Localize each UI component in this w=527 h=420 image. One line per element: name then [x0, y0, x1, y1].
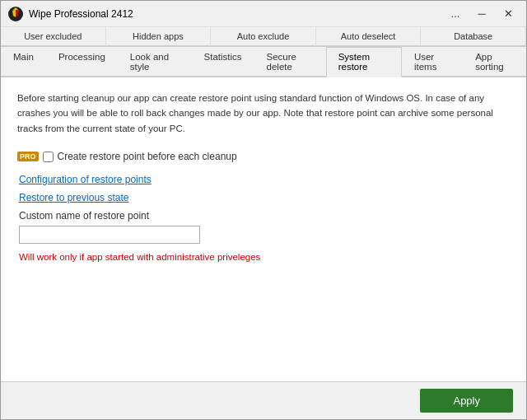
info-paragraph: Before starting cleanup our app can crea… — [17, 91, 510, 136]
create-restore-label: Create restore point before each cleanup — [58, 151, 237, 162]
pro-badge: PRO — [17, 152, 39, 161]
tab-secure-delete[interactable]: Secure delete — [254, 47, 326, 77]
tab-look-and-style[interactable]: Look and style — [118, 47, 192, 77]
close-button[interactable]: ✕ — [497, 6, 520, 22]
tab-statistics[interactable]: Statistics — [192, 47, 254, 77]
tab-main[interactable]: Main — [1, 47, 46, 77]
window-title: Wipe Professional 2412 — [29, 8, 444, 20]
tab-system-restore[interactable]: System restore — [326, 47, 402, 77]
main-window: Wipe Professional 2412 ... ─ ✕ User excl… — [0, 0, 527, 420]
content-area: Before starting cleanup our app can crea… — [1, 77, 526, 381]
custom-name-input[interactable] — [19, 226, 200, 244]
tabs-row1: User excluded Hidden apps Auto exclude A… — [1, 27, 526, 47]
warning-text: Will work only if app started with admin… — [19, 252, 510, 262]
footer: Apply — [1, 381, 526, 419]
tab-database[interactable]: Database — [421, 27, 526, 46]
create-restore-checkbox[interactable] — [43, 152, 54, 162]
tab-auto-exclude[interactable]: Auto exclude — [211, 27, 316, 46]
restore-to-previous-link[interactable]: Restore to previous state — [19, 192, 510, 203]
create-restore-option-row: PRO Create restore point before each cle… — [17, 151, 510, 162]
tab-user-items[interactable]: User items — [402, 47, 463, 77]
tabs-row2: Main Processing Look and style Statistic… — [1, 47, 526, 77]
tab-hidden-apps[interactable]: Hidden apps — [106, 27, 212, 46]
custom-name-label: Custom name of restore point — [19, 210, 510, 222]
title-bar: Wipe Professional 2412 ... ─ ✕ — [1, 1, 526, 27]
configuration-link[interactable]: Configuration of restore points — [19, 174, 510, 185]
tab-user-excluded[interactable]: User excluded — [1, 27, 106, 46]
app-icon — [7, 6, 24, 22]
apply-button[interactable]: Apply — [420, 389, 513, 413]
tab-app-sorting[interactable]: App sorting — [463, 47, 526, 77]
tab-auto-deselect[interactable]: Auto deselect — [316, 27, 422, 46]
more-button[interactable]: ... — [444, 6, 467, 22]
tab-group-row1: User excluded Hidden apps Auto exclude A… — [1, 27, 526, 46]
tab-processing[interactable]: Processing — [46, 47, 118, 77]
window-controls: ... ─ ✕ — [444, 6, 520, 22]
minimize-button[interactable]: ─ — [470, 6, 493, 22]
